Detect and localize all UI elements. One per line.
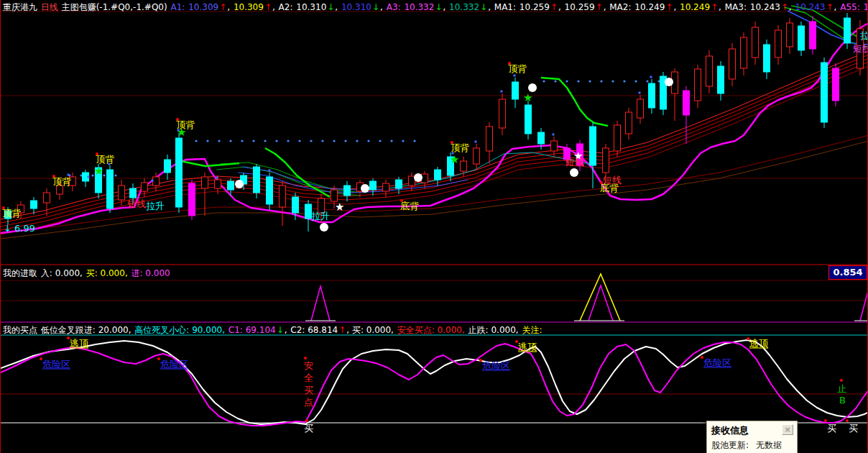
- svg-text:顶背: 顶背: [52, 176, 71, 187]
- svg-text:↓ 6.99: ↓ 6.99: [4, 223, 35, 234]
- text-segment: 10.332: [449, 2, 479, 12]
- star-marker: ★: [335, 201, 344, 214]
- text-segment: 10.243: [795, 2, 826, 12]
- svg-text:全: 全: [304, 372, 313, 383]
- svg-text:危险区: 危险区: [160, 359, 188, 370]
- text-segment: ,: [488, 2, 494, 12]
- svg-text:买: 买: [849, 423, 858, 434]
- close-icon[interactable]: ×: [782, 424, 793, 435]
- text-segment: ,: [227, 2, 233, 12]
- svg-text:危险区: 危险区: [482, 360, 510, 371]
- text-segment: 10.243: [750, 2, 780, 12]
- text-segment: 低位金叉跟进: 20.000,: [41, 325, 134, 335]
- text-segment: ,: [443, 2, 448, 12]
- svg-text:顶背: 顶背: [451, 142, 469, 153]
- text-segment: ,: [604, 2, 609, 12]
- text-segment: 重庆港九: [3, 2, 40, 12]
- title-indicator-bar: 重庆港九 日线 主图包赚(-1.#Q0,-1.#Q0) A1: 10.309↑,…: [3, 1, 868, 14]
- text-segment: 我的进取: [3, 268, 40, 278]
- svg-text:短线: 短线: [853, 43, 868, 54]
- receive-info-popup: 接收信息 × 股池更新: 无数据 PPF更新: 无数据: [706, 421, 798, 453]
- text-segment: , 买: 0.000,: [346, 325, 396, 335]
- star-marker: ★: [450, 153, 459, 166]
- text-segment: ↓: [480, 2, 487, 12]
- text-segment: 10.259: [565, 2, 595, 12]
- text-segment: 10.259: [520, 2, 550, 12]
- text-segment: ↑: [596, 2, 603, 12]
- chart-svg[interactable]: ★★★★★★顶背顶背顶背顶背顶背顶背底背底背短线短线短线拉升拉升↓ 6.99短线…: [1, 0, 868, 453]
- text-segment: ↓: [327, 2, 334, 12]
- star-marker: ★: [523, 91, 532, 104]
- text-segment: 10.332: [404, 2, 434, 12]
- text-segment: ↓: [372, 2, 379, 12]
- svg-text:拉升: 拉升: [311, 211, 330, 221]
- text-segment: A1:: [170, 2, 188, 12]
- text-segment: MA2:: [609, 2, 634, 12]
- text-segment: 安全买点: 0.000,: [397, 325, 465, 335]
- svg-text:逃顶: 逃顶: [518, 342, 537, 352]
- text-segment: MA3:: [725, 2, 749, 12]
- svg-text:安: 安: [304, 360, 313, 371]
- svg-text:买: 买: [304, 423, 313, 434]
- text-segment: ↓: [435, 2, 442, 12]
- svg-text:买: 买: [304, 385, 313, 395]
- svg-text:顶背: 顶背: [96, 154, 114, 165]
- text-segment: ,: [789, 2, 795, 12]
- text-segment: ,: [834, 2, 840, 12]
- svg-text:点: 点: [304, 397, 313, 408]
- text-segment: ↑: [665, 2, 673, 12]
- svg-text:顶背: 顶背: [2, 208, 21, 219]
- text-segment: 入: 0.000,: [41, 268, 86, 278]
- text-segment: C1: 69.104: [228, 325, 276, 335]
- text-segment: 10.310: [341, 2, 371, 12]
- svg-text:危险区: 危险区: [703, 357, 731, 368]
- text-segment: ,: [272, 2, 278, 12]
- popup-row-value: 无数据: [756, 439, 782, 452]
- svg-text:短线: 短线: [565, 157, 584, 168]
- svg-text:止: 止: [837, 383, 846, 394]
- text-segment: C2: 68.814: [290, 325, 338, 335]
- text-segment: 进: 0.000: [131, 268, 170, 278]
- text-segment: A55:: [840, 2, 862, 12]
- svg-text:危险区: 危险区: [42, 359, 70, 370]
- text-segment: A3:: [387, 2, 404, 12]
- text-segment: ↑: [219, 2, 226, 12]
- buy-panel-indicator-row: 我的买点 低位金叉跟进: 20.000, 高位死叉小心: 90.000, C1:…: [3, 324, 542, 337]
- popup-row-label: 股池更新:: [711, 439, 756, 452]
- text-segment: 10.309: [188, 2, 218, 12]
- text-segment: 10.410: [864, 2, 868, 12]
- popup-row: 股池更新: 无数据: [711, 439, 793, 452]
- text-segment: ↑: [781, 2, 788, 12]
- star-marker: ★: [94, 165, 103, 178]
- text-segment: 止跌: 0.000,: [466, 325, 522, 335]
- text-segment: 10.309: [234, 2, 264, 12]
- mid-panel-indicator-row: 我的进取 入: 0.000, 买: 0.000, 进: 0.000: [3, 267, 171, 280]
- text-segment: ,: [335, 2, 341, 12]
- svg-text:B: B: [839, 395, 846, 406]
- svg-text:买: 买: [827, 423, 836, 434]
- text-segment: ↑: [338, 325, 346, 335]
- text-segment: ↑: [711, 2, 718, 12]
- text-segment: 关注:: [522, 325, 542, 335]
- text-segment: ,: [558, 2, 564, 12]
- text-segment: MA1:: [494, 2, 519, 12]
- text-segment: 日线: [41, 2, 58, 12]
- text-segment: A2:: [279, 2, 296, 12]
- svg-text:顶背: 顶背: [508, 63, 527, 74]
- svg-text:拉升: 拉升: [860, 30, 868, 41]
- svg-text:短线: 短线: [603, 175, 622, 186]
- text-segment: ,: [380, 2, 386, 12]
- text-segment: 主图包赚(-1.#Q0,-1.#Q0): [59, 2, 170, 12]
- popup-title: 接收信息: [711, 424, 793, 437]
- text-segment: ,: [285, 325, 290, 335]
- text-segment: ↑: [264, 2, 272, 12]
- svg-text:逃顶: 逃顶: [749, 338, 769, 349]
- text-segment: 10.310: [296, 2, 326, 12]
- svg-text:顶背: 顶背: [176, 119, 195, 130]
- text-segment: 10.249: [680, 2, 710, 12]
- trading-app-window: ★★★★★★顶背顶背顶背顶背顶背顶背底背底背短线短线短线拉升拉升↓ 6.99短线…: [0, 0, 868, 453]
- text-segment: 10.249: [634, 2, 665, 12]
- text-segment: 我的买点: [3, 325, 40, 335]
- text-segment: 高位死叉小心: 90.000,: [134, 325, 227, 335]
- indicator-value-box: 0.854: [828, 265, 867, 280]
